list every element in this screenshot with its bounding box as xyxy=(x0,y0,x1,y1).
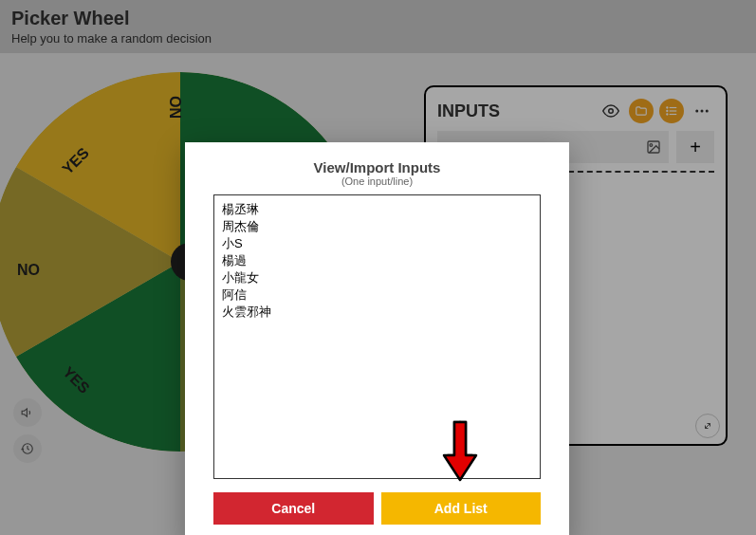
modal-subtitle: (One input/line) xyxy=(213,175,541,187)
modal-title: View/Import Inputs xyxy=(213,159,541,175)
add-list-button[interactable]: Add List xyxy=(381,492,542,525)
cancel-button[interactable]: Cancel xyxy=(213,492,374,525)
import-modal: View/Import Inputs (One input/line) Canc… xyxy=(185,142,569,535)
modal-actions: Cancel Add List xyxy=(213,492,541,525)
import-textarea[interactable] xyxy=(213,194,541,479)
